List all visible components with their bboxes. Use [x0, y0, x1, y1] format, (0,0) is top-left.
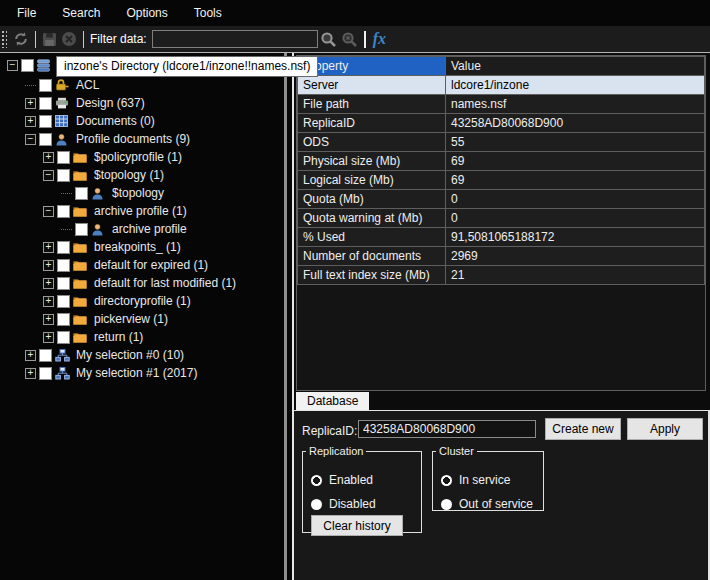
apply-button[interactable]: Apply	[627, 418, 703, 440]
tree-root-label[interactable]: inzone's Directory (ldcore1/inzone!!name…	[56, 56, 318, 77]
refresh-button[interactable]	[11, 30, 31, 48]
property-name[interactable]: ODS	[298, 133, 446, 152]
expand-icon[interactable]: +	[43, 314, 54, 325]
property-row[interactable]: Logical size (Mb)69	[298, 171, 705, 190]
menu-tools[interactable]: Tools	[181, 1, 235, 25]
filter-input[interactable]	[152, 30, 318, 48]
property-name[interactable]: Quota (Mb)	[298, 190, 446, 209]
formula-icon[interactable]: fx	[373, 30, 386, 48]
tree-item-label[interactable]: Profile documents (9)	[74, 132, 192, 146]
radio-selected-icon[interactable]	[441, 475, 452, 486]
toolbar-grip[interactable]	[1, 30, 7, 48]
checkbox[interactable]	[57, 331, 70, 344]
checkbox[interactable]	[39, 367, 52, 380]
splitter[interactable]	[284, 53, 287, 580]
save-button[interactable]	[40, 31, 59, 48]
create-new-button[interactable]: Create new	[545, 418, 621, 440]
tree-item-label[interactable]: return (1)	[92, 330, 145, 344]
tree-item[interactable]: +breakpoints_ (1)	[0, 238, 284, 256]
column-header-value[interactable]: Value	[446, 57, 705, 76]
property-name[interactable]: Number of documents	[298, 247, 446, 266]
checkbox[interactable]	[57, 151, 70, 164]
tree-item-label[interactable]: default for last modified (1)	[92, 276, 238, 290]
checkbox[interactable]	[57, 277, 70, 290]
radio-selected-icon[interactable]	[311, 475, 322, 486]
tree-item-label[interactable]: $topology (1)	[92, 168, 166, 182]
collapse-icon[interactable]: −	[7, 60, 18, 71]
collapse-icon[interactable]: −	[25, 134, 36, 145]
tree-item[interactable]: +default for last modified (1)	[0, 274, 284, 292]
property-name[interactable]: Server	[298, 76, 446, 95]
tree-item-label[interactable]: $topology	[110, 186, 166, 200]
property-name[interactable]: Logical size (Mb)	[298, 171, 446, 190]
tree-item-label[interactable]: default for expired (1)	[92, 258, 210, 272]
tree-item-label[interactable]: archive profile	[110, 222, 189, 236]
checkbox[interactable]	[57, 313, 70, 326]
property-value[interactable]: 43258AD80068D900	[446, 114, 705, 133]
tree-item[interactable]: $topology	[0, 184, 284, 202]
search-button[interactable]	[318, 30, 339, 49]
expand-icon[interactable]: +	[43, 278, 54, 289]
menu-file[interactable]: File	[4, 1, 49, 25]
property-row[interactable]: Quota (Mb)0	[298, 190, 705, 209]
menu-search[interactable]: Search	[49, 1, 113, 25]
column-header-property[interactable]: Property	[298, 57, 446, 76]
collapse-icon[interactable]: −	[43, 206, 54, 217]
tree-item[interactable]: −$topology (1)	[0, 166, 284, 184]
checkbox[interactable]	[57, 169, 70, 182]
tree-item-label[interactable]: ACL	[74, 78, 101, 92]
expand-icon[interactable]: +	[43, 152, 54, 163]
property-row[interactable]: Number of documents2969	[298, 247, 705, 266]
tree-item-label[interactable]: My selection #0 (10)	[74, 348, 186, 362]
property-value[interactable]: 91,5081065188172	[446, 228, 705, 247]
tree-item[interactable]: +Design (637)	[0, 94, 284, 112]
property-name[interactable]: ReplicaID	[298, 114, 446, 133]
tree-item[interactable]: ACL	[0, 76, 284, 94]
expand-icon[interactable]: +	[43, 260, 54, 271]
property-name[interactable]: Physical size (Mb)	[298, 152, 446, 171]
menu-options[interactable]: Options	[113, 1, 180, 25]
checkbox[interactable]	[39, 97, 52, 110]
collapse-icon[interactable]: −	[43, 170, 54, 181]
property-value[interactable]: ldcore1/inzone	[446, 76, 705, 95]
tree-item[interactable]: +default for expired (1)	[0, 256, 284, 274]
tree-item[interactable]: +Documents (0)	[0, 112, 284, 130]
property-row[interactable]: ODS55	[298, 133, 705, 152]
property-value[interactable]: 69	[446, 152, 705, 171]
tree-item[interactable]: +directoryprofile (1)	[0, 292, 284, 310]
tree-item-label[interactable]: Design (637)	[74, 96, 147, 110]
property-name[interactable]: Quota warning at (Mb)	[298, 209, 446, 228]
checkbox[interactable]	[39, 79, 52, 92]
tab-database[interactable]: Database	[296, 392, 369, 411]
checkbox[interactable]	[57, 295, 70, 308]
checkbox[interactable]	[75, 187, 88, 200]
tree-item-label[interactable]: My selection #1 (2017)	[74, 366, 199, 380]
property-name[interactable]: Full text index size (Mb)	[298, 266, 446, 285]
expand-icon[interactable]: +	[25, 350, 36, 361]
checkbox[interactable]	[75, 223, 88, 236]
tree-item[interactable]: +My selection #0 (10)	[0, 346, 284, 364]
expand-icon[interactable]: +	[25, 98, 36, 109]
property-value[interactable]: 0	[446, 190, 705, 209]
radio-in-service[interactable]: In service	[441, 473, 510, 487]
tree-item[interactable]: +$policyprofile (1)	[0, 148, 284, 166]
tree-item-label[interactable]: Documents (0)	[74, 114, 157, 128]
radio-enabled[interactable]: Enabled	[311, 473, 373, 487]
property-value[interactable]: 21	[446, 266, 705, 285]
tree-item[interactable]: archive profile	[0, 220, 284, 238]
property-name[interactable]: % Used	[298, 228, 446, 247]
radio-out-of-service[interactable]: Out of service	[441, 497, 533, 511]
property-row[interactable]: Serverldcore1/inzone	[298, 76, 705, 95]
checkbox[interactable]	[21, 59, 34, 72]
property-value[interactable]: 55	[446, 133, 705, 152]
expand-icon[interactable]: +	[25, 368, 36, 379]
tree-item-label[interactable]: pickerview (1)	[92, 312, 170, 326]
tree-item[interactable]: +My selection #1 (2017)	[0, 364, 284, 382]
clear-search-button[interactable]	[339, 30, 360, 49]
checkbox[interactable]	[57, 259, 70, 272]
property-name[interactable]: File path	[298, 95, 446, 114]
tree-item[interactable]: −archive profile (1)	[0, 202, 284, 220]
tree-item-label[interactable]: archive profile (1)	[92, 204, 189, 218]
cancel-button[interactable]	[59, 30, 79, 48]
checkbox[interactable]	[57, 205, 70, 218]
